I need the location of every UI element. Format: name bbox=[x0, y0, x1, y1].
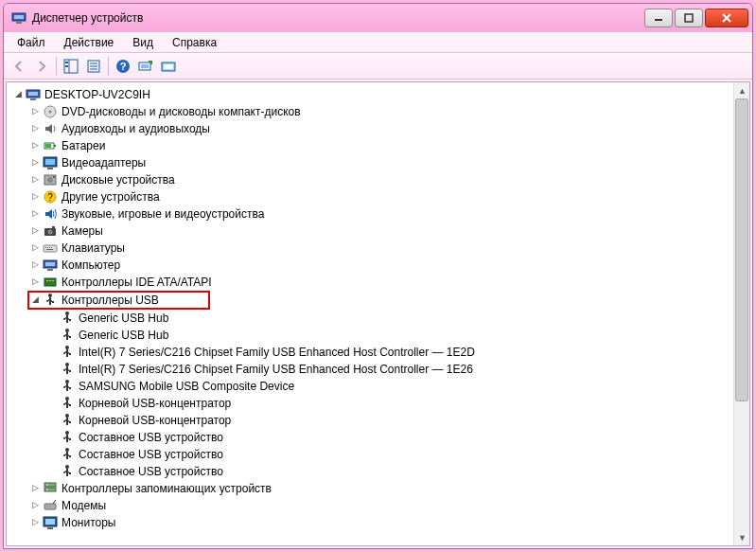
device-label: Generic USB Hub bbox=[79, 327, 168, 344]
expand-icon[interactable]: ▷ bbox=[29, 500, 41, 511]
device-label: Составное USB устройство bbox=[79, 463, 223, 480]
highlight-box: ◢ Контроллеры USB bbox=[27, 291, 210, 310]
help-button[interactable]: ? bbox=[112, 55, 134, 78]
storage-icon bbox=[43, 481, 58, 496]
close-button[interactable] bbox=[705, 9, 748, 27]
tree-device[interactable]: Составное USB устройство bbox=[9, 446, 749, 463]
tree-device[interactable]: Intel(R) 7 Series/C216 Chipset Family US… bbox=[9, 344, 749, 361]
expand-icon[interactable]: ▷ bbox=[29, 483, 41, 494]
svg-point-31 bbox=[47, 177, 53, 183]
scroll-down-icon[interactable]: ▼ bbox=[734, 529, 750, 545]
category-label: Видеоадаптеры bbox=[62, 154, 146, 171]
vertical-scrollbar[interactable]: ▲ ▼ bbox=[733, 82, 749, 545]
svg-rect-66 bbox=[69, 353, 71, 355]
minimize-button[interactable] bbox=[644, 9, 673, 27]
svg-rect-82 bbox=[69, 421, 71, 423]
tree-device[interactable]: Корневой USB-концентратор bbox=[9, 395, 749, 412]
expand-icon[interactable]: ▷ bbox=[29, 517, 41, 528]
show-hidden-button[interactable] bbox=[157, 55, 180, 78]
tree-category[interactable]: ▷ Компьютер bbox=[9, 257, 749, 274]
tree-category[interactable]: ▷ Мониторы bbox=[9, 514, 749, 531]
spacer bbox=[46, 312, 58, 324]
svg-point-53 bbox=[46, 300, 48, 302]
usb-icon bbox=[43, 293, 58, 308]
tree-category[interactable]: ▷ Контроллеры IDE ATA/ATAPI bbox=[9, 274, 749, 291]
device-label: Intel(R) 7 Series/C216 Chipset Family US… bbox=[79, 361, 473, 378]
tree-category[interactable]: ▷ Аудиовходы и аудиовыходы bbox=[9, 120, 749, 137]
tree-device[interactable]: Generic USB Hub bbox=[9, 310, 749, 327]
maximize-button[interactable] bbox=[675, 9, 703, 27]
properties-button[interactable] bbox=[82, 55, 105, 78]
expand-icon[interactable]: ▷ bbox=[29, 123, 41, 134]
svg-rect-4 bbox=[685, 14, 693, 22]
expand-icon[interactable]: ▷ bbox=[29, 191, 41, 203]
expand-icon[interactable]: ▷ bbox=[29, 174, 41, 186]
tree-device[interactable]: Корневой USB-концентратор bbox=[9, 412, 749, 429]
computer-icon bbox=[43, 258, 58, 273]
tree-category[interactable]: ▷ Контроллеры запоминающих устройств bbox=[9, 480, 749, 497]
tree-category[interactable]: ▷ Модемы bbox=[9, 497, 749, 514]
menu-action[interactable]: Действие bbox=[55, 34, 124, 51]
tree-category[interactable]: ▷ Клавиатуры bbox=[9, 240, 749, 257]
collapse-icon[interactable]: ◢ bbox=[29, 294, 41, 306]
svg-rect-95 bbox=[44, 483, 56, 487]
window-title: Диспетчер устройств bbox=[32, 11, 644, 25]
scroll-thumb[interactable] bbox=[735, 98, 748, 401]
expand-icon[interactable]: ▷ bbox=[29, 157, 41, 169]
root-label: DESKTOP-UV2C9IH bbox=[44, 86, 150, 103]
spacer bbox=[46, 415, 58, 426]
keyboard-icon bbox=[43, 240, 58, 256]
svg-point-59 bbox=[65, 329, 69, 332]
expand-icon[interactable]: ▷ bbox=[29, 140, 41, 151]
device-label: SAMSUNG Mobile USB Composite Device bbox=[79, 378, 294, 395]
device-manager-window: Диспетчер устройств Файл Действие Вид Сп… bbox=[3, 3, 753, 549]
svg-point-98 bbox=[46, 489, 48, 490]
tree-root[interactable]: ◢ DESKTOP-UV2C9IH bbox=[9, 86, 749, 103]
show-hide-tree-button[interactable] bbox=[60, 55, 82, 78]
usb-icon bbox=[60, 328, 75, 343]
expand-icon[interactable]: ▷ bbox=[29, 106, 41, 117]
scroll-up-icon[interactable]: ▲ bbox=[734, 82, 750, 98]
svg-rect-38 bbox=[44, 245, 57, 252]
scan-hardware-button[interactable] bbox=[134, 55, 157, 78]
expand-icon[interactable]: ▷ bbox=[29, 276, 41, 288]
expand-icon[interactable]: ▷ bbox=[29, 242, 41, 254]
tree-category[interactable]: ▷ Камеры bbox=[9, 223, 749, 240]
tree-category[interactable]: ▷ ? Другие устройства bbox=[9, 188, 749, 205]
svg-text:?: ? bbox=[47, 192, 53, 203]
usb-icon bbox=[60, 464, 75, 479]
tree-category[interactable]: ▷ Батареи bbox=[9, 137, 749, 154]
svg-rect-18 bbox=[164, 64, 173, 69]
svg-rect-26 bbox=[45, 144, 51, 148]
tree-device[interactable]: Intel(R) 7 Series/C216 Chipset Family US… bbox=[9, 361, 749, 378]
tree-device[interactable]: SAMSUNG Mobile USB Composite Device bbox=[9, 378, 749, 395]
titlebar[interactable]: Диспетчер устройств bbox=[4, 4, 752, 32]
usb-icon bbox=[60, 430, 75, 445]
audio-icon bbox=[43, 121, 58, 136]
svg-rect-41 bbox=[49, 247, 50, 248]
tree-category[interactable]: ▷ DVD-дисководы и дисководы компакт-диск… bbox=[9, 103, 749, 120]
tree-device[interactable]: Составное USB устройство bbox=[9, 463, 749, 480]
tree-category[interactable]: ▷ Дисковые устройства bbox=[9, 171, 749, 188]
menu-file[interactable]: Файл bbox=[8, 34, 55, 51]
menu-view[interactable]: Вид bbox=[123, 34, 163, 51]
svg-rect-74 bbox=[69, 387, 71, 389]
expand-icon[interactable]: ▷ bbox=[29, 208, 41, 220]
svg-point-87 bbox=[65, 448, 69, 452]
usb-icon bbox=[60, 413, 75, 428]
usb-icon bbox=[60, 345, 75, 360]
menu-help[interactable]: Справка bbox=[163, 34, 226, 51]
tree-category-usb[interactable]: ◢ Контроллеры USB bbox=[9, 291, 749, 310]
svg-rect-8 bbox=[65, 65, 68, 67]
ide-icon bbox=[43, 275, 58, 290]
svg-rect-42 bbox=[51, 247, 52, 248]
tree-device[interactable]: Generic USB Hub bbox=[9, 327, 749, 344]
tree-category[interactable]: ▷ Звуковые, игровые и видеоустройства bbox=[9, 205, 749, 223]
collapse-icon[interactable]: ◢ bbox=[12, 89, 24, 100]
expand-icon[interactable]: ▷ bbox=[29, 259, 41, 271]
battery-icon bbox=[43, 138, 58, 153]
category-label: Контроллеры запоминающих устройств bbox=[62, 480, 272, 497]
tree-category[interactable]: ▷ Видеоадаптеры bbox=[9, 154, 749, 171]
tree-device[interactable]: Составное USB устройство bbox=[9, 429, 749, 446]
expand-icon[interactable]: ▷ bbox=[29, 225, 41, 237]
